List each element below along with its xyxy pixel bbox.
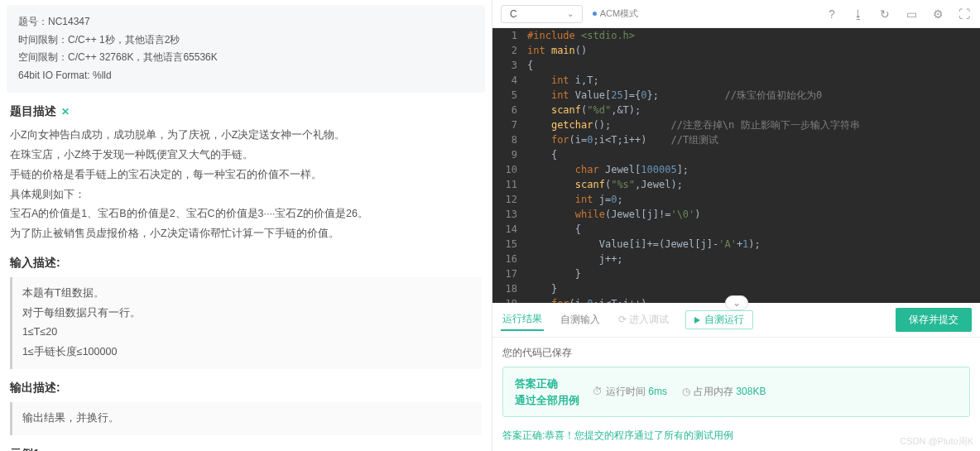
- saved-msg: 您的代码已保存: [502, 346, 970, 360]
- fullscreen-icon[interactable]: ⛶: [957, 7, 972, 21]
- problem-id: 题号：NC14347: [18, 13, 473, 31]
- input-desc: 本题有T组数据。 对于每组数据只有一行。 1≤T≤20 1≤手链长度≤10000…: [10, 277, 482, 369]
- tab-self-input[interactable]: 自测输入: [559, 309, 602, 330]
- problem-meta: 题号：NC14347 时间限制：C/C++ 1秒，其他语言2秒 空间限制：C/C…: [7, 5, 485, 93]
- code-pane: C ⌄ ACM模式 ? ⭳ ↻ ▭ ⚙ ⛶ 1#include <stdio.h…: [492, 0, 980, 451]
- code-editor[interactable]: 1#include <stdio.h>2int main()3{4 int i,…: [492, 28, 980, 303]
- help-icon[interactable]: ?: [824, 7, 839, 21]
- code-line[interactable]: 15 Value[i]+=(Jewel[j]-'A'+1);: [492, 237, 980, 252]
- code-line[interactable]: 1#include <stdio.h>: [492, 28, 980, 43]
- input-heading: 输入描述:: [10, 256, 482, 271]
- code-line[interactable]: 10 char Jewel[100005];: [492, 162, 980, 177]
- refresh-icon[interactable]: ↻: [877, 7, 892, 21]
- desc-body: 小Z向女神告白成功，成功脱单，为了庆祝，小Z决定送女神一个礼物。 在珠宝店，小Z…: [10, 126, 482, 244]
- time-limit: 时间限制：C/C++ 1秒，其他语言2秒: [18, 31, 473, 50]
- desc-heading: 题目描述 ✕: [10, 104, 482, 119]
- code-line[interactable]: 6 scanf("%d",&T);: [492, 103, 980, 118]
- calendar-icon[interactable]: ▭: [904, 7, 919, 21]
- pass-metrics: ⏱运行时间 6ms ◷占用内存 308KB: [593, 385, 766, 399]
- code-line[interactable]: 3{: [492, 58, 980, 73]
- status-sub: 通过全部用例: [515, 392, 579, 409]
- space-limit: 空间限制：C/C++ 32768K，其他语言65536K: [18, 49, 473, 67]
- panel-resize-handle[interactable]: [725, 295, 748, 310]
- io-format: 64bit IO Format: %lld: [18, 67, 473, 85]
- pass-box: 答案正确 通过全部用例 ⏱运行时间 6ms ◷占用内存 308KB: [502, 367, 970, 417]
- mode-dot-icon: [593, 12, 597, 16]
- code-line[interactable]: 9 {: [492, 147, 980, 162]
- tab-debug[interactable]: ⟳进入调试: [617, 309, 670, 330]
- play-icon: [694, 317, 700, 324]
- language-select[interactable]: C ⌄: [501, 5, 583, 23]
- mode-badge: ACM模式: [593, 7, 638, 20]
- code-line[interactable]: 18 }: [492, 281, 980, 296]
- code-line[interactable]: 4 int i,T;: [492, 73, 980, 88]
- collapse-icon[interactable]: ✕: [61, 106, 70, 118]
- code-line[interactable]: 8 for(i=0;i<T;i++) //T组测试: [492, 132, 980, 147]
- language-label: C: [510, 8, 517, 20]
- result-body: 您的代码已保存 答案正确 通过全部用例 ⏱运行时间 6ms ◷占用内存 308K…: [492, 338, 980, 451]
- settings-icon[interactable]: ⚙: [930, 7, 945, 21]
- editor-toolbar: C ⌄ ACM模式 ? ⭳ ↻ ▭ ⚙ ⛶: [492, 0, 980, 28]
- submit-button[interactable]: 保存并提交: [896, 308, 972, 332]
- code-line[interactable]: 17 }: [492, 266, 980, 281]
- download-icon[interactable]: ⭳: [851, 7, 866, 21]
- code-line[interactable]: 5 int Value[25]={0}; //珠宝价值初始化为0: [492, 88, 980, 103]
- self-run-button[interactable]: 自测运行: [685, 310, 753, 329]
- code-line[interactable]: 14 {: [492, 222, 980, 237]
- code-line[interactable]: 13 while(Jewel[j]!='\0'): [492, 207, 980, 222]
- output-heading: 输出描述:: [10, 381, 482, 396]
- code-line[interactable]: 2int main(): [492, 43, 980, 58]
- watermark: CSDN @Pluto周K: [900, 435, 973, 448]
- tab-result[interactable]: 运行结果: [501, 309, 544, 331]
- example-heading: 示例1: [10, 447, 482, 451]
- code-line[interactable]: 7 getchar(); //注意吞掉\n 防止影响下一步输入字符串: [492, 118, 980, 132]
- clock-icon: ⏱: [593, 386, 603, 397]
- output-desc: 输出结果，并换行。: [10, 402, 482, 435]
- status-title: 答案正确: [515, 376, 579, 392]
- code-line[interactable]: 12 int j=0;: [492, 192, 980, 207]
- dashboard-icon: ◷: [682, 386, 690, 397]
- code-line[interactable]: 16 j++;: [492, 252, 980, 266]
- chevron-down-icon: ⌄: [567, 9, 574, 18]
- code-line[interactable]: 11 scanf("%s",Jewel);: [492, 177, 980, 192]
- problem-pane[interactable]: 题号：NC14347 时间限制：C/C++ 1秒，其他语言2秒 空间限制：C/C…: [0, 0, 492, 451]
